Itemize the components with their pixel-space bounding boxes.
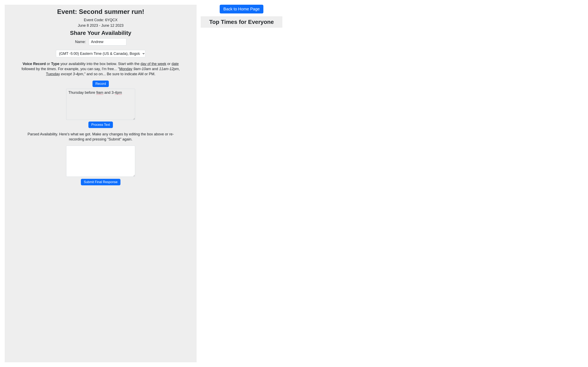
instruction-except: except 3-4pm — [61, 72, 83, 76]
top-times-heading: Top Times for Everyone — [204, 19, 279, 25]
instruction-time2: 11am-12pm — [159, 67, 179, 71]
name-input[interactable] — [89, 38, 126, 45]
submit-final-response-button[interactable]: Submit Final Response — [81, 179, 120, 185]
name-label: Name: — [75, 40, 86, 44]
record-button[interactable]: Record — [93, 81, 109, 87]
parsed-availability-description: Parsed Availability. Here's what we got.… — [21, 132, 181, 142]
instruction-voice-record: Voice Record — [23, 62, 46, 66]
availability-spell1: 9am — [96, 91, 103, 95]
back-to-home-button[interactable]: Back to Home Page — [220, 5, 263, 13]
event-title: Event: Second summer run! — [15, 8, 187, 16]
instruction-part1: your availability into the box below. St… — [60, 62, 140, 66]
process-text-button[interactable]: Process Text — [88, 122, 113, 128]
availability-mid: and 3- — [103, 91, 115, 95]
event-title-prefix: Event: — [57, 8, 79, 15]
event-code: Event Code: 6YQCX — [15, 18, 187, 22]
side-panel: Back to Home Page Top Times for Everyone — [201, 5, 282, 362]
availability-spell2: 4pm — [115, 91, 122, 95]
top-times-panel: Top Times for Everyone — [201, 16, 282, 28]
instruction-part2: followed by the — [22, 67, 47, 71]
main-availability-panel: Event: Second summer run! Event Code: 6Y… — [5, 5, 197, 362]
instruction-type: Type — [51, 62, 60, 66]
instruction-date: date — [172, 62, 179, 66]
event-code-label: Event Code: — [84, 18, 105, 22]
instruction-day-of-week: day of the week — [140, 62, 166, 66]
instruction-text: Voice Record or Type your availability i… — [18, 61, 183, 77]
parsed-availability-textarea[interactable] — [66, 146, 135, 177]
parsed-label: Parsed Availability — [27, 132, 57, 136]
timezone-select[interactable]: (GMT -5:00) Eastern Time (US & Canada), … — [56, 50, 145, 57]
availability-textarea[interactable]: Thursday before 9am and 3-4pm — [66, 89, 135, 120]
instruction-part3: . For example, you can say, I'm free... … — [56, 67, 120, 71]
event-date-range: June 8 2023 - June 12 2023 — [15, 24, 187, 28]
event-code-value: 6YQCX — [105, 18, 118, 22]
event-title-name: Second summer run! — [79, 8, 144, 15]
instruction-time1: 9am-10am — [133, 67, 151, 71]
parsed-desc-text: . Here's what we got. Make any changes b… — [57, 132, 174, 141]
instruction-monday: Monday — [119, 67, 132, 71]
share-availability-heading: Share Your Availability — [15, 30, 187, 36]
instruction-part4: ," and so on... Be sure to indicate AM o… — [83, 72, 155, 76]
instruction-or2: or — [166, 62, 172, 66]
instruction-and1: and — [151, 67, 159, 71]
instruction-comma1: , — [179, 67, 180, 71]
availability-prefix: Thursday before — [68, 91, 96, 95]
name-row: Name: — [15, 38, 187, 45]
instruction-times: times — [47, 67, 56, 71]
instruction-tuesday: Tuesday — [46, 72, 60, 76]
instruction-or1: or — [46, 62, 51, 66]
